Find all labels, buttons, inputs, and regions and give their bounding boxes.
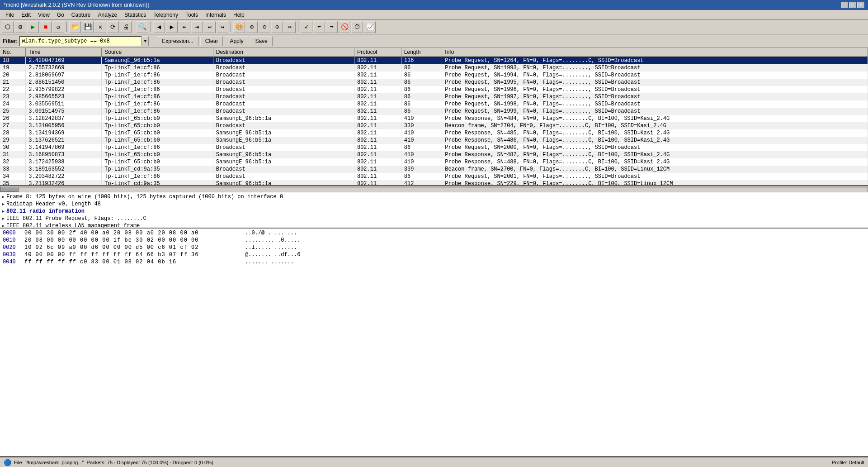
menu-capture[interactable]: Capture — [68, 11, 94, 19]
mark-packet-button[interactable]: ✓ — [301, 21, 312, 33]
close-file-button[interactable]: ✕ — [94, 21, 106, 33]
table-row[interactable]: 212.886151450Tp-LinkT_1e:cf:86Broadcast8… — [0, 79, 868, 86]
menu-go[interactable]: Go — [53, 11, 68, 19]
title-bar: *mon0 [Wireshark 2.0.2 (SVN Rev Unknown … — [0, 0, 868, 10]
open-button[interactable]: 📂 — [69, 21, 81, 33]
table-row[interactable]: 293.137626521Tp-LinkT_65:cb:b0SamsungE_9… — [0, 137, 868, 144]
start-capture-button[interactable]: ▶ — [27, 21, 39, 33]
menu-help[interactable]: Help — [230, 11, 248, 19]
col-no[interactable]: No. — [0, 48, 26, 57]
resize-columns-button[interactable]: ⇔ — [284, 21, 296, 33]
last-packet-button[interactable]: ⇥ — [191, 21, 203, 33]
col-time[interactable]: Time — [26, 48, 102, 57]
bytes-hex: ff ff ff ff ff c0 83 00 01 08 02 04 0b 1… — [24, 258, 241, 266]
toolbar-separator-3 — [151, 22, 151, 32]
detail-arrow-icon: ▶ — [2, 201, 5, 207]
scrollbar-thumb[interactable] — [0, 187, 19, 192]
table-row[interactable]: 303.141947869Tp-LinkT_1e:cf:86Broadcast8… — [0, 144, 868, 151]
bytes-offset: 0030 — [3, 251, 21, 258]
zoom-out-button[interactable]: ⊖ — [259, 21, 270, 33]
next-marked-button[interactable]: ➡ — [326, 21, 338, 33]
first-packet-button[interactable]: ⇤ — [179, 21, 190, 33]
menu-file[interactable]: File — [2, 11, 18, 19]
menu-view[interactable]: View — [34, 11, 53, 19]
bytes-hex: 00 00 30 00 2f 40 00 a0 20 08 00 a0 20 0… — [24, 229, 241, 237]
find-button[interactable]: 🔍 — [137, 21, 148, 33]
detail-item[interactable]: ▶Radiotap Header v0, Length 48 — [0, 200, 868, 208]
prev-packet-button[interactable]: ◀ — [153, 21, 165, 33]
table-row[interactable]: 192.755732669Tp-LinkT_1e:cf:86Broadcast8… — [0, 64, 868, 71]
graph-button[interactable]: 📈 — [364, 21, 376, 33]
ignore-button[interactable]: 🚫 — [339, 21, 350, 33]
table-row[interactable]: 333.189163552Tp-LinkT_cd:9a:35Broadcast8… — [0, 166, 868, 173]
filter-dropdown-button[interactable]: ▼ — [142, 36, 149, 46]
close-button[interactable]: × — [857, 2, 864, 8]
capture-icon: 🔵 — [4, 459, 11, 466]
table-row[interactable]: 232.985665523Tp-LinkT_1e:cf:86Broadcast8… — [0, 93, 868, 100]
bytes-ascii: ....... ....... — [245, 258, 294, 266]
detail-text: Frame 8: 125 bytes on wire (1000 bits), … — [6, 194, 283, 200]
minimize-button[interactable]: _ — [841, 2, 848, 8]
detail-item[interactable]: ▶IEEE 802.11 Probe Request, Flags: .....… — [0, 215, 868, 222]
window-title: *mon0 [Wireshark 2.0.2 (SVN Rev Unknown … — [4, 2, 149, 8]
menu-statistics[interactable]: Statistics — [121, 11, 150, 19]
table-row[interactable]: 353.211932426Tp-LinkT_cd:9a:35SamsungE_9… — [0, 180, 868, 186]
col-protocol[interactable]: Protocol — [354, 48, 401, 57]
detail-text: 802.11 radio information — [6, 208, 85, 214]
table-row[interactable]: 222.935799822Tp-LinkT_1e:cf:86Broadcast8… — [0, 86, 868, 93]
prev-marked-button[interactable]: ⬅ — [313, 21, 325, 33]
horizontal-scrollbar[interactable] — [0, 186, 868, 192]
bytes-hex: 10 02 6c 09 a0 00 d6 00 00 00 d5 00 c6 0… — [24, 244, 241, 251]
apply-button[interactable]: Apply — [225, 36, 248, 46]
bytes-row: 002010 02 6c 09 a0 00 d6 00 00 00 d5 00 … — [2, 244, 866, 251]
table-row[interactable]: 202.818069697Tp-LinkT_1e:cf:86Broadcast8… — [0, 71, 868, 79]
colorize-button[interactable]: 🎨 — [233, 21, 245, 33]
options-button[interactable]: ⚙ — [14, 21, 26, 33]
history-forward-button[interactable]: ↪ — [217, 21, 228, 33]
col-destination[interactable]: Destination — [213, 48, 354, 57]
table-row[interactable]: 283.134194369Tp-LinkT_65:cb:b0SamsungE_9… — [0, 129, 868, 137]
print-button[interactable]: 🖨 — [120, 21, 132, 33]
save-filter-button[interactable]: Save — [250, 36, 272, 46]
table-row[interactable]: 243.035569511Tp-LinkT_1e:cf:86Broadcast8… — [0, 100, 868, 108]
table-row[interactable]: 273.131005956Tp-LinkT_65:cb:b0Broadcast8… — [0, 122, 868, 129]
packets-info-label: Packets: 75 · Displayed: 75 (100.0%) · D… — [87, 460, 213, 465]
menu-tools[interactable]: Tools — [182, 11, 202, 19]
stop-capture-button[interactable]: ■ — [40, 21, 52, 33]
bytes-row: 001020 08 00 00 00 00 00 00 1f be 30 02 … — [2, 237, 866, 244]
clear-button[interactable]: Clear — [200, 36, 223, 46]
table-row[interactable]: 263.128242837Tp-LinkT_65:cb:b0SamsungE_9… — [0, 115, 868, 122]
interfaces-button[interactable]: ⬡ — [2, 21, 14, 33]
history-back-button[interactable]: ↩ — [204, 21, 216, 33]
save-button[interactable]: 💾 — [82, 21, 94, 33]
table-row[interactable]: 323.172425938Tp-LinkT_65:cb:b0SamsungE_9… — [0, 158, 868, 166]
col-source[interactable]: Source — [102, 48, 213, 57]
time-ref-button[interactable]: ⏱ — [351, 21, 363, 33]
packet-list-area[interactable]: No. Time Source Destination Protocol Len… — [0, 48, 868, 186]
detail-item[interactable]: ▶IEEE 802.11 wireless LAN management fra… — [0, 222, 868, 229]
zoom-normal-button[interactable]: ⊙ — [271, 21, 283, 33]
menu-telephony[interactable]: Telephony — [150, 11, 182, 19]
col-info[interactable]: Info — [442, 48, 868, 57]
next-packet-button[interactable]: ▶ — [166, 21, 178, 33]
detail-item[interactable]: ▶Frame 8: 125 bytes on wire (1000 bits),… — [0, 193, 868, 200]
restart-capture-button[interactable]: ↺ — [52, 21, 64, 33]
menu-edit[interactable]: Edit — [18, 11, 34, 19]
table-row[interactable]: 313.168950873Tp-LinkT_65:cb:b0SamsungE_9… — [0, 151, 868, 158]
filter-input[interactable] — [19, 36, 142, 46]
menu-internals[interactable]: Internals — [202, 11, 230, 19]
detail-arrow-icon: ▶ — [2, 194, 5, 200]
scrollbar-track[interactable] — [0, 187, 868, 192]
table-row[interactable]: 182.420047169SamsungE_96:b5:1aBroadcast8… — [0, 57, 868, 64]
detail-item[interactable]: ▶802.11 radio information — [0, 208, 868, 215]
reload-button[interactable]: ⟳ — [107, 21, 119, 33]
zoom-in-button[interactable]: ⊕ — [246, 21, 258, 33]
col-length[interactable]: Length — [401, 48, 442, 57]
table-row[interactable]: 343.203482722Tp-LinkT_1e:cf:86Broadcast8… — [0, 173, 868, 180]
table-row[interactable]: 253.091514975Tp-LinkT_1e:cf:86Broadcast8… — [0, 108, 868, 115]
packet-table-body: 182.420047169SamsungE_96:b5:1aBroadcast8… — [0, 57, 868, 186]
maximize-button[interactable]: □ — [849, 2, 856, 8]
expression-button[interactable]: Expression... — [157, 36, 198, 46]
menu-analyze[interactable]: Analyze — [94, 11, 121, 19]
bytes-ascii: ......... .0..... — [245, 237, 300, 244]
